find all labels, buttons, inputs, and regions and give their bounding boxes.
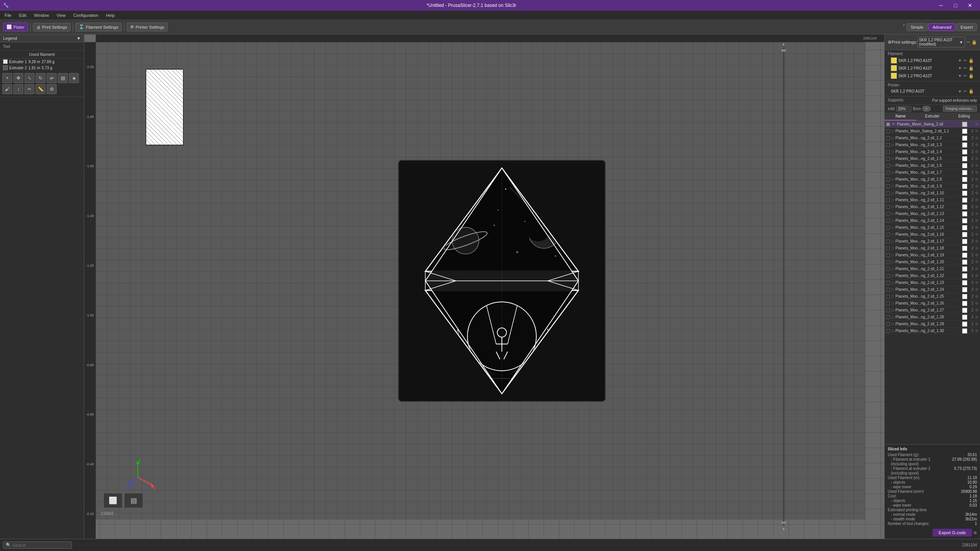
filament1-lock-icon[interactable]: 🔒 <box>969 58 974 63</box>
layer-visibility-icon[interactable]: □ <box>892 294 894 298</box>
layer-checkbox[interactable] <box>886 212 890 216</box>
layer-row[interactable]: □Planets_Moo...ng_2.stl_1.32⚙ <box>885 142 980 148</box>
layer-visibility-icon[interactable]: □ <box>892 253 894 257</box>
layer-settings-icon[interactable]: ⚙ <box>975 198 978 202</box>
layer-settings-icon[interactable]: ⚙ <box>975 267 978 271</box>
printer-dropdown-icon[interactable]: ▼ <box>958 89 962 94</box>
layer-visibility-icon[interactable]: □ <box>892 163 894 168</box>
menu-help[interactable]: Help <box>103 12 118 18</box>
layer-checkbox[interactable] <box>886 295 890 298</box>
layer-row[interactable]: □Planets_Moo...ng_2.stl_1.112⚙ <box>885 197 980 204</box>
layer-settings-icon[interactable]: ⚙ <box>975 225 978 230</box>
filament-settings-button[interactable]: 🧵 Filament Settings <box>75 23 122 31</box>
purge-volumes-button[interactable]: Purging volumes... <box>943 106 977 112</box>
layer-row[interactable]: □Planets_Moo...ng_2.stl_1.302⚙ <box>885 328 980 334</box>
layer-settings-icon[interactable]: ⚙ <box>975 253 978 257</box>
mode-simple-button[interactable]: Simple <box>906 23 928 31</box>
layer-visibility-icon[interactable]: □ <box>892 205 894 209</box>
tab-extruder[interactable]: Extruder <box>916 112 948 121</box>
layer-checkbox[interactable] <box>886 233 890 236</box>
filament2-lock-icon[interactable]: 🔒 <box>969 66 974 71</box>
layer-visibility-icon[interactable]: □ <box>892 150 894 154</box>
search-input[interactable] <box>13 543 69 548</box>
minimize-button[interactable]: ─ <box>934 0 948 11</box>
layer-checkbox[interactable] <box>886 191 890 195</box>
menu-view[interactable]: View <box>54 12 69 18</box>
layer-settings-icon[interactable]: ⚙ <box>975 315 978 319</box>
layer-visibility-icon[interactable]: □ <box>892 198 894 202</box>
tool-cut[interactable]: ✂ <box>24 84 34 94</box>
layer-settings-icon[interactable]: ⚙ <box>975 136 978 140</box>
layer-settings-icon[interactable]: ⚙ <box>975 163 978 168</box>
maximize-button[interactable]: □ <box>949 0 962 11</box>
layer-row[interactable]: □Planets_Moo...ng_2.stl_1.122⚙ <box>885 204 980 210</box>
layer-checkbox[interactable] <box>886 157 890 161</box>
print-settings-button[interactable]: 🖨 Print Settings <box>33 23 70 31</box>
layer-checkbox[interactable] <box>886 260 890 264</box>
layer-settings-icon[interactable]: ⚙ <box>975 274 978 278</box>
printer-settings-button[interactable]: ⚙ Printer Settings <box>127 23 168 31</box>
layer-row[interactable]: 👁Planets_Moon_Swing_2.stl⚙ <box>885 121 980 128</box>
layer-visibility-icon[interactable]: □ <box>892 232 894 236</box>
tool-paint[interactable]: 🖌 <box>2 84 12 94</box>
plater-button[interactable]: ⬜ Plater <box>3 23 28 31</box>
tool-settings[interactable]: ⚙ <box>47 84 57 94</box>
layer-row[interactable]: □Planets_Moo...ng_2.stl_1.142⚙ <box>885 217 980 224</box>
layer-visibility-icon[interactable]: □ <box>892 156 894 161</box>
layer-checkbox[interactable] <box>886 122 890 126</box>
layer-settings-icon[interactable]: ⚙ <box>975 239 978 243</box>
layer-checkbox[interactable] <box>886 308 890 312</box>
layer-checkbox[interactable] <box>886 315 890 319</box>
layer-row[interactable]: □Planets_Moo...ng_2.stl_1.172⚙ <box>885 238 980 245</box>
layer-visibility-icon[interactable]: □ <box>892 143 894 147</box>
layer-visibility-icon[interactable]: □ <box>892 212 894 216</box>
layer-checkbox[interactable] <box>886 171 890 174</box>
filament3-dropdown-icon[interactable]: ▼ <box>958 73 962 78</box>
layer-row[interactable]: □Planets_Moo...ng_2.stl_1.202⚙ <box>885 259 980 266</box>
layer-visibility-icon[interactable]: □ <box>892 225 894 230</box>
menu-edit[interactable]: Edit <box>16 12 29 18</box>
filament3-lock-icon[interactable]: 🔒 <box>969 73 974 78</box>
layer-row[interactable]: □Planets_Moo...ng_2.stl_1.292⚙ <box>885 321 980 328</box>
layer-settings-icon[interactable]: ⚙ <box>975 156 978 161</box>
mode-advanced-button[interactable]: Advanced <box>928 23 956 31</box>
view-3d-button[interactable]: ⬜ <box>103 493 122 508</box>
canvas-area[interactable]: 2381104 -2.00 -1.80 -1.60 -1.40 -1.20 -1… <box>84 34 884 539</box>
layer-visibility-icon[interactable]: □ <box>892 129 894 133</box>
layer-settings-icon[interactable]: ⚙ <box>975 322 978 326</box>
tool-seam[interactable]: ◈ <box>69 73 79 83</box>
mode-expert-button[interactable]: Expert <box>956 23 977 31</box>
layer-checkbox[interactable] <box>886 226 890 230</box>
model-container[interactable] <box>395 156 609 405</box>
layer-row[interactable]: □Planets_Moo...ng_2.stl_1.132⚙ <box>885 210 980 217</box>
layer-row[interactable]: □Planets_Moo...ng_2.stl_1.102⚙ <box>885 190 980 197</box>
printer-lock-icon[interactable]: 🔒 <box>969 89 974 94</box>
layer-checkbox[interactable] <box>886 302 890 305</box>
layer-row[interactable]: □Planets_Moo...ng_2.stl_1.22⚙ <box>885 135 980 142</box>
layer-settings-icon[interactable]: ⚙ <box>975 191 978 195</box>
layer-settings-icon[interactable]: ⚙ <box>975 246 978 250</box>
layer-settings-icon[interactable]: ⚙ <box>975 301 978 305</box>
layer-row[interactable]: □Planets_Moo...ng_2.stl_1.232⚙ <box>885 279 980 286</box>
layer-visibility-icon[interactable]: □ <box>892 239 894 243</box>
filament3-edit-icon[interactable]: ✏ <box>964 73 967 78</box>
layer-checkbox[interactable] <box>886 246 890 250</box>
menu-configuration[interactable]: Configuration <box>70 12 101 18</box>
tool-rotate[interactable]: ↻ <box>36 73 46 83</box>
layer-settings-icon[interactable]: ⚙ <box>975 280 978 285</box>
layer-settings-icon[interactable]: ⚙ <box>975 212 978 216</box>
close-button[interactable]: ✕ <box>963 0 977 11</box>
printer-edit-icon[interactable]: ✏ <box>964 89 967 94</box>
layer-row[interactable]: □Planets_Moo...ng_2.stl_1.52⚙ <box>885 155 980 162</box>
layer-row[interactable]: □Planets_Moo...ng_2.stl_1.72⚙ <box>885 169 980 176</box>
layer-settings-icon[interactable]: ⚙ <box>975 177 978 181</box>
tool-add[interactable]: + <box>2 73 12 83</box>
layer-settings-icon[interactable]: ⚙ <box>975 143 978 147</box>
layer-checkbox[interactable] <box>886 205 890 209</box>
layer-slider[interactable]: ▲ ▼ <box>781 42 787 531</box>
layer-row[interactable]: □Planets_Moon_Swing_2.stl_1.12⚙ <box>885 128 980 135</box>
layer-settings-icon[interactable]: ⚙ <box>975 218 978 223</box>
layer-checkbox[interactable] <box>886 240 890 243</box>
layer-settings-icon[interactable]: ⚙ <box>975 170 978 174</box>
print-settings-dropdown[interactable]: SKR 1.2 PRO A10T (modified) ▼ <box>917 37 965 47</box>
